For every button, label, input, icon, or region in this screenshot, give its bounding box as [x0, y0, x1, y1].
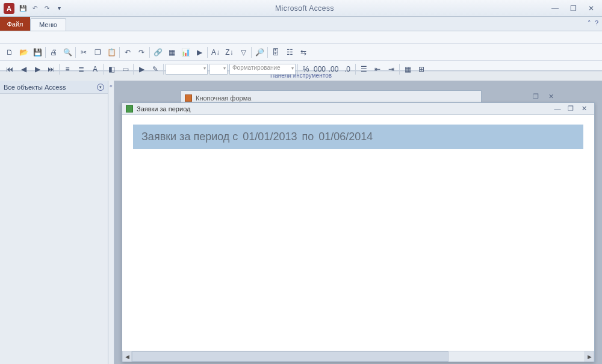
hscroll-right-button[interactable]: ▶: [585, 351, 594, 362]
document-area: Кнопочная форма ❐ ✕ Заявки за период — ❐…: [114, 81, 602, 364]
toolbar-record-icon[interactable]: ▶: [193, 46, 205, 58]
toolbar-print-icon[interactable]: 🖨: [48, 46, 60, 58]
toolbar-copy-icon[interactable]: ❐: [92, 46, 104, 58]
toolbar-prev-icon[interactable]: ◀: [17, 63, 29, 75]
toolbar-dec-dec-icon[interactable]: .0: [341, 63, 353, 75]
report-window-restore-button[interactable]: ❐: [564, 105, 577, 113]
report-window-minimize-button[interactable]: —: [551, 105, 564, 113]
banner-prefix: Заявки за период с: [141, 131, 238, 143]
toolbar-grid-icon[interactable]: ▦: [402, 63, 414, 75]
toolbar-first-icon[interactable]: ⏮: [4, 63, 16, 75]
report-content: Заявки за период с 01/01/2013 по 01/06/2…: [122, 115, 594, 351]
ribbon: 🗋 📂 💾 🖨 🔍 ✂ ❐ 📋 ↶ ↷ 🔗 ▦ 📊 ▶ A↓ Z↓ ▽ 🔎 🗄 …: [0, 31, 602, 71]
toolbar-filter-icon[interactable]: ▽: [237, 46, 249, 58]
nav-header[interactable]: Все объекты Access ▾: [0, 81, 108, 94]
bg-window-restore-icon[interactable]: ❐: [533, 93, 539, 100]
report-window: Заявки за период — ❐ ✕ Заявки за период …: [122, 102, 595, 362]
toolbar-sort-desc-icon[interactable]: Z↓: [223, 46, 235, 58]
toolbar-table-icon[interactable]: ▦: [166, 46, 178, 58]
report-hscrollbar[interactable]: ◀ ▶: [122, 351, 594, 362]
toolbar-redo-icon[interactable]: ↷: [135, 46, 147, 58]
ribbon-tabs: Файл Меню ˄ ?: [0, 17, 602, 31]
toolbar-align-left-icon[interactable]: ≡: [61, 63, 73, 75]
ribbon-help-button[interactable]: ?: [595, 19, 598, 27]
background-window-controls: ❐ ✕: [533, 93, 554, 100]
toolbar-row-1: 🗋 📂 💾 🖨 🔍 ✂ ❐ 📋 ↶ ↷ 🔗 ▦ 📊 ▶ A↓ Z↓ ▽ 🔎 🗄 …: [0, 43, 602, 60]
toolbar-run-icon[interactable]: ▶: [135, 63, 147, 75]
toolbar-snap-icon[interactable]: ⊞: [415, 63, 427, 75]
toolbar-prop-icon[interactable]: ☷: [284, 46, 296, 58]
qat-save-button[interactable]: 💾: [18, 4, 28, 13]
qat-redo-button[interactable]: ↷: [42, 4, 52, 13]
toolbar-next-icon[interactable]: ▶: [31, 63, 43, 75]
toolbar-undo-icon[interactable]: ↶: [122, 46, 134, 58]
hscroll-thumb[interactable]: [132, 351, 448, 362]
toolbar-border-icon[interactable]: ▭: [119, 63, 131, 75]
qat-customize-button[interactable]: ▾: [54, 4, 64, 13]
ribbon-collapse-button[interactable]: ˄: [588, 19, 591, 27]
toolbar-font-combo[interactable]: [166, 64, 208, 75]
toolbar-open-icon[interactable]: 📂: [17, 46, 29, 58]
toolbar-sort-asc-icon[interactable]: A↓: [209, 46, 222, 58]
access-logo-icon: A: [4, 3, 14, 14]
toolbar-design-icon[interactable]: ✎: [149, 63, 161, 75]
toolbar-preview-icon[interactable]: 🔍: [61, 46, 73, 58]
banner-date-to: 01/06/2014: [318, 131, 373, 143]
toolbar-bullets-icon[interactable]: ☰: [358, 63, 370, 75]
banner-mid: по: [302, 131, 314, 143]
hscroll-track[interactable]: [132, 351, 585, 362]
toolbar-outdent-icon[interactable]: ⇤: [371, 63, 383, 75]
toolbar-paste-icon[interactable]: 📋: [105, 46, 117, 58]
workspace: Все объекты Access ▾ « Кнопочная форма ❐…: [0, 81, 602, 364]
toolbar-new-icon[interactable]: 🗋: [4, 46, 16, 58]
menu-row: [0, 31, 602, 43]
file-tab[interactable]: Файл: [0, 17, 30, 31]
toolbar-font-icon[interactable]: A: [89, 63, 101, 75]
toolbar-find-icon[interactable]: 🔎: [253, 46, 265, 58]
report-icon: [126, 105, 133, 113]
window-minimize-button[interactable]: —: [548, 3, 562, 14]
toolbar-save-icon[interactable]: 💾: [31, 46, 43, 58]
toolbar-relations-icon[interactable]: ⇆: [297, 46, 309, 58]
toolbar-format-combo[interactable]: Форматирование: [229, 64, 296, 75]
report-window-title: Заявки за период: [137, 105, 190, 113]
toolbar-size-combo[interactable]: [209, 64, 228, 75]
background-window-title: Кнопочная форма: [196, 94, 251, 102]
window-close-button[interactable]: ✕: [584, 3, 598, 14]
bg-window-close-icon[interactable]: ✕: [548, 93, 554, 100]
toolbar-last-icon[interactable]: ⏭: [45, 63, 57, 75]
title-bar: A 💾 ↶ ↷ ▾ Microsoft Access — ❐ ✕: [0, 0, 602, 17]
toolbar-cut-icon[interactable]: ✂: [78, 46, 90, 58]
report-window-close-button[interactable]: ✕: [577, 105, 591, 113]
toolbar-chart-icon[interactable]: 📊: [179, 46, 191, 58]
report-banner: Заявки за период с 01/01/2013 по 01/06/2…: [133, 125, 583, 149]
window-restore-button[interactable]: ❐: [566, 3, 580, 14]
toolbar-link-icon[interactable]: 🔗: [152, 46, 164, 58]
toolbar-db-icon[interactable]: 🗄: [270, 46, 282, 58]
toolbar-fill-icon[interactable]: ◧: [105, 63, 117, 75]
report-window-titlebar[interactable]: Заявки за период — ❐ ✕: [122, 103, 594, 115]
hscroll-left-button[interactable]: ◀: [122, 351, 132, 362]
qat-undo-button[interactable]: ↶: [30, 4, 40, 13]
nav-title: Все объекты Access: [4, 84, 66, 91]
nav-collapse-button[interactable]: «: [108, 81, 114, 364]
toolbar-align-center-icon[interactable]: ≣: [75, 63, 87, 75]
form-icon: [185, 94, 192, 102]
toolbar-indent-icon[interactable]: ⇥: [385, 63, 397, 75]
app-title: Microsoft Access: [65, 4, 544, 13]
navigation-pane: Все объекты Access ▾: [0, 81, 108, 364]
ribbon-tab[interactable]: Меню: [30, 18, 66, 31]
nav-search-icon[interactable]: ▾: [97, 84, 104, 91]
banner-date-from: 01/01/2013: [243, 131, 297, 143]
